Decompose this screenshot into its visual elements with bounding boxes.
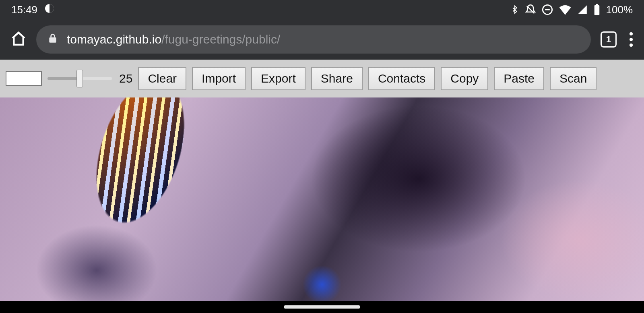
tab-count: 1	[606, 34, 611, 45]
svg-rect-5	[49, 37, 56, 42]
paste-button[interactable]: Paste	[494, 67, 544, 90]
brush-size-value: 25	[119, 72, 132, 85]
lock-icon	[47, 32, 58, 47]
data-saver-icon	[45, 4, 54, 16]
clear-button[interactable]: Clear	[138, 67, 186, 90]
copy-button[interactable]: Copy	[441, 67, 488, 90]
bluetooth-icon	[510, 4, 519, 15]
android-nav-bar	[0, 301, 644, 313]
url-text: tomayac.github.io/fugu-greetings/public/	[67, 33, 280, 46]
svg-rect-4	[596, 4, 598, 6]
do-not-disturb-icon	[542, 4, 553, 15]
share-button[interactable]: Share	[311, 67, 363, 90]
battery-percent: 100%	[606, 4, 633, 16]
wifi-icon	[559, 4, 572, 15]
battery-icon	[593, 4, 601, 16]
status-time: 15:49	[11, 4, 37, 16]
omnibox[interactable]: tomayac.github.io/fugu-greetings/public/	[36, 25, 591, 54]
export-button[interactable]: Export	[251, 67, 305, 90]
canvas-image	[37, 97, 237, 290]
import-button[interactable]: Import	[192, 67, 246, 90]
nav-pill[interactable]	[284, 305, 360, 309]
browser-address-bar: tomayac.github.io/fugu-greetings/public/…	[0, 19, 644, 60]
android-status-bar: 15:49 100%	[0, 0, 644, 19]
brush-size-slider[interactable]	[47, 77, 112, 80]
drawing-canvas[interactable]	[0, 97, 644, 301]
svg-rect-3	[594, 5, 599, 15]
contacts-button[interactable]: Contacts	[368, 67, 435, 90]
more-menu-icon[interactable]	[626, 32, 636, 47]
notifications-off-icon	[525, 4, 536, 15]
url-domain: tomayac.github.io	[67, 33, 161, 46]
tab-switcher[interactable]: 1	[601, 31, 617, 48]
home-icon[interactable]	[10, 31, 27, 48]
color-picker[interactable]	[6, 71, 42, 86]
scan-button[interactable]: Scan	[550, 67, 597, 90]
slider-thumb[interactable]	[76, 70, 83, 87]
cell-signal-icon	[577, 4, 588, 15]
app-toolbar: 25 Clear Import Export Share Contacts Co…	[0, 60, 644, 97]
url-path: /fugu-greetings/public/	[161, 33, 280, 46]
